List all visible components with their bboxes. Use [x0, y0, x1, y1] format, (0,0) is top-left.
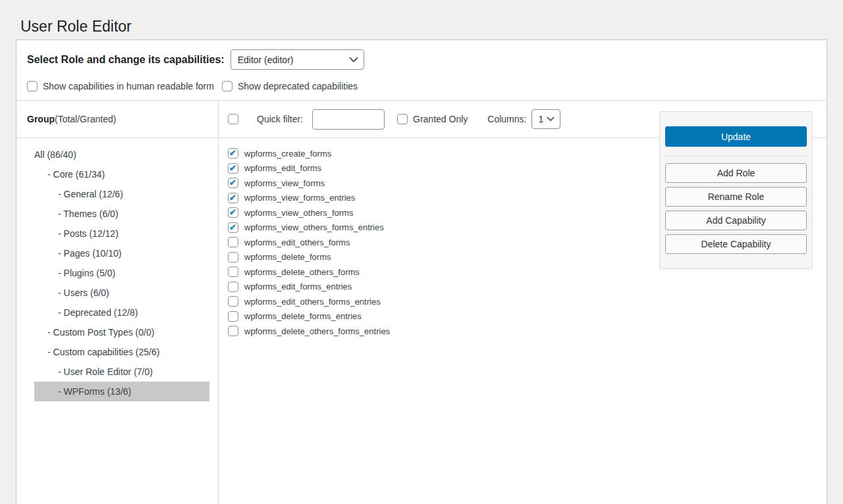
actions-panel: Update Add Role Rename Role Add Capabili…: [659, 111, 813, 269]
capability-row: wpforms_edit_forms_entries: [228, 280, 827, 295]
capability-checkbox[interactable]: [228, 193, 238, 203]
select-role-label: Select Role and change its capabilities:: [27, 54, 225, 66]
capability-checkbox[interactable]: [228, 266, 238, 277]
capability-name: wpforms_edit_forms: [244, 163, 321, 173]
group-tree-item[interactable]: - Custom capabilities (25/6): [34, 342, 209, 362]
capability-name: wpforms_edit_others_forms_entries: [244, 297, 381, 307]
capability-checkbox[interactable]: [228, 178, 238, 188]
capability-checkbox[interactable]: [228, 282, 238, 292]
capability-name: wpforms_delete_others_forms: [244, 267, 360, 277]
capability-checkbox[interactable]: [228, 163, 238, 174]
group-tree: All (86/40)- Core (61/34)- General (12/6…: [34, 145, 209, 401]
capability-name: wpforms_delete_forms_entries: [244, 311, 362, 321]
capability-name: wpforms_view_others_forms_entries: [244, 222, 384, 232]
capability-name: wpforms_view_forms: [244, 178, 325, 188]
role-select[interactable]: Editor (editor): [231, 49, 364, 70]
add-role-button[interactable]: Add Role: [665, 163, 807, 183]
quick-filter-input[interactable]: [312, 109, 385, 130]
select-all-checkbox[interactable]: [228, 114, 238, 124]
deprecated-label: Show deprecated capabilities: [238, 81, 358, 91]
capability-name: wpforms_view_others_forms: [244, 208, 353, 218]
group-tree-item[interactable]: - Custom Post Types (0/0): [34, 322, 209, 342]
capability-checkbox[interactable]: [228, 326, 238, 336]
update-button[interactable]: Update: [665, 126, 807, 147]
capability-checkbox[interactable]: [228, 296, 238, 307]
groups-column: Group (Total/Granted) All (86/40)- Core …: [16, 101, 219, 504]
columns-label: Columns:: [487, 114, 526, 124]
human-readable-label: Show capabilities in human readable form: [43, 81, 214, 91]
capability-name: wpforms_create_forms: [244, 149, 331, 159]
group-tree-item[interactable]: - Plugins (5/0): [34, 263, 209, 283]
capability-name: wpforms_view_forms_entries: [244, 193, 355, 203]
capability-name: wpforms_edit_others_forms: [244, 238, 350, 247]
capability-row: wpforms_delete_forms_entries: [228, 309, 827, 324]
human-readable-checkbox[interactable]: [27, 81, 38, 91]
group-tree-item[interactable]: - General (12/6): [34, 184, 209, 204]
capability-name: wpforms_delete_forms: [244, 252, 331, 262]
capability-checkbox[interactable]: [228, 222, 238, 233]
deprecated-checkbox[interactable]: [222, 81, 232, 91]
rename-role-button[interactable]: Rename Role: [665, 187, 807, 207]
group-header-title: Group: [27, 114, 55, 124]
top-section: Select Role and change its capabilities:…: [16, 40, 827, 101]
delete-capability-button[interactable]: Delete Capability: [665, 234, 807, 254]
group-tree-item[interactable]: All (86/40): [34, 145, 209, 164]
capability-checkbox[interactable]: [228, 311, 238, 322]
main-panel: Select Role and change its capabilities:…: [16, 39, 827, 504]
page-title: User Role Editor: [20, 17, 132, 37]
group-tree-item[interactable]: - Core (61/34): [34, 164, 209, 184]
granted-only-label: Granted Only: [413, 114, 468, 124]
columns-select[interactable]: 1: [531, 109, 560, 129]
columns-area: Group (Total/Granted) All (86/40)- Core …: [16, 101, 827, 504]
capability-row: wpforms_delete_others_forms_entries: [228, 324, 827, 339]
columns-select-wrap: 1: [531, 109, 560, 129]
capability-name: wpforms_delete_others_forms_entries: [244, 326, 390, 336]
quick-filter-label: Quick filter:: [257, 114, 303, 124]
group-tree-item[interactable]: - Pages (10/10): [34, 243, 209, 263]
capability-checkbox[interactable]: [228, 148, 238, 159]
capabilities-column: Quick filter: Granted Only Columns: 1 wp…: [219, 101, 827, 504]
capability-checkbox[interactable]: [228, 207, 238, 218]
group-tree-item[interactable]: - Deprecated (12/8): [34, 303, 209, 322]
capability-checkbox[interactable]: [228, 252, 238, 263]
capability-checkbox[interactable]: [228, 237, 238, 247]
role-select-wrap: Editor (editor): [231, 49, 364, 70]
group-tree-item[interactable]: - User Role Editor (7/0): [34, 362, 209, 382]
granted-only-checkbox[interactable]: [397, 114, 408, 124]
group-header-subtitle: (Total/Granted): [55, 114, 116, 124]
group-tree-item[interactable]: - WPForms (13/6): [34, 382, 209, 401]
actions-divider: [665, 156, 807, 157]
group-tree-item[interactable]: - Users (6/0): [34, 283, 209, 303]
capability-row: wpforms_edit_others_forms_entries: [228, 294, 827, 309]
group-tree-item[interactable]: - Posts (12/12): [34, 224, 209, 243]
group-header: Group (Total/Granted): [16, 101, 218, 138]
capability-name: wpforms_edit_forms_entries: [244, 282, 352, 291]
add-capability-button[interactable]: Add Capability: [665, 211, 807, 230]
group-tree-item[interactable]: - Themes (6/0): [34, 204, 209, 224]
